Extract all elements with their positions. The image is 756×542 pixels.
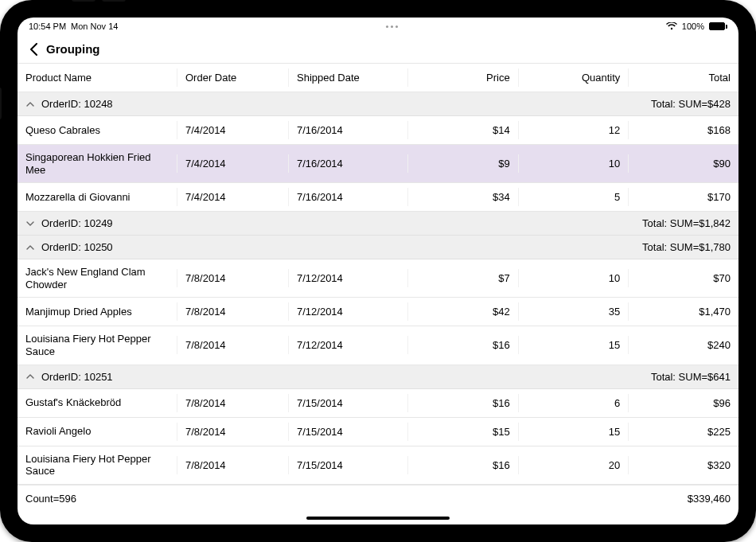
col-header-product[interactable]: Product Name	[18, 68, 177, 87]
cell-shipped-date: 7/16/2014	[288, 188, 407, 206]
cell-shipped-date: 7/12/2014	[288, 269, 407, 287]
group-header[interactable]: OrderID: 10250Total: SUM=$1,780	[18, 236, 738, 259]
cell-total: $96	[628, 394, 738, 412]
grid-summary-row: Count=596 $339,460	[18, 485, 738, 512]
status-date: Mon Nov 14	[71, 21, 118, 31]
column-header-row: Product Name Order Date Shipped Date Pri…	[18, 64, 738, 92]
cell-product: Louisiana Fiery Hot Pepper Sauce	[18, 450, 177, 481]
table-row[interactable]: Ravioli Angelo7/8/20147/15/2014$1515$225	[18, 418, 738, 446]
cell-product: Ravioli Angelo	[18, 422, 177, 441]
cell-quantity: 15	[518, 423, 629, 441]
cell-shipped-date: 7/12/2014	[288, 336, 407, 354]
group-title: OrderID: 10250	[41, 241, 113, 253]
cell-total: $168	[628, 121, 738, 139]
ipad-frame: 10:54 PM Mon Nov 14 100% Grouping	[0, 0, 756, 542]
battery-percent: 100%	[682, 21, 704, 31]
summary-count: Count=596	[18, 488, 177, 509]
table-row[interactable]: Louisiana Fiery Hot Pepper Sauce7/8/2014…	[18, 326, 738, 365]
cell-order-date: 7/4/2014	[177, 188, 288, 206]
cell-total: $170	[628, 188, 738, 206]
device-button	[102, 0, 126, 2]
cell-total: $1,470	[628, 302, 738, 321]
group-header[interactable]: OrderID: 10248Total: SUM=$428	[18, 92, 738, 116]
group-header[interactable]: OrderID: 10249Total: SUM=$1,842	[18, 212, 738, 236]
table-row[interactable]: Queso Cabrales7/4/20147/16/2014$1412$168	[18, 116, 738, 145]
summary-grand-total: $339,460	[628, 488, 738, 509]
cell-product: Mozzarella di Giovanni	[18, 188, 177, 207]
chevron-up-icon[interactable]	[25, 99, 35, 109]
col-header-price[interactable]: Price	[407, 68, 518, 87]
wifi-icon	[666, 22, 677, 30]
cell-quantity: 6	[518, 394, 629, 412]
cell-price: $15	[407, 423, 518, 441]
table-row[interactable]: Louisiana Fiery Hot Pepper Sauce7/8/2014…	[18, 446, 738, 485]
chevron-up-icon[interactable]	[25, 372, 35, 381]
group-title: OrderID: 10248	[41, 98, 113, 110]
cell-total: $240	[628, 336, 738, 354]
cell-order-date: 7/8/2014	[177, 423, 288, 441]
battery-icon	[709, 22, 727, 30]
grid-body: OrderID: 10248Total: SUM=$428Queso Cabra…	[18, 92, 738, 485]
cell-quantity: 10	[518, 154, 629, 173]
group-summary: Total: SUM=$641	[651, 371, 731, 383]
table-row[interactable]: Mozzarella di Giovanni7/4/20147/16/2014$…	[18, 183, 738, 212]
screen: 10:54 PM Mon Nov 14 100% Grouping	[18, 18, 738, 524]
cell-price: $14	[407, 121, 518, 139]
cell-quantity: 5	[518, 188, 629, 206]
device-button	[0, 88, 2, 119]
home-indicator[interactable]	[306, 517, 450, 520]
cell-shipped-date: 7/15/2014	[288, 456, 407, 474]
cell-total: $225	[628, 423, 738, 441]
cell-order-date: 7/4/2014	[177, 154, 288, 173]
col-header-order-date[interactable]: Order Date	[177, 68, 288, 87]
cell-quantity: 35	[518, 302, 629, 321]
col-header-quantity[interactable]: Quantity	[518, 68, 629, 87]
cell-product: Louisiana Fiery Hot Pepper Sauce	[18, 329, 177, 361]
col-header-total[interactable]: Total	[628, 68, 738, 87]
cell-price: $16	[407, 456, 518, 474]
cell-quantity: 12	[518, 121, 629, 139]
cell-product: Jack's New England Clam Chowder	[18, 263, 177, 294]
cell-order-date: 7/8/2014	[177, 336, 288, 354]
cell-total: $90	[628, 154, 738, 173]
cell-quantity: 15	[518, 336, 629, 354]
status-bar: 10:54 PM Mon Nov 14 100%	[18, 18, 738, 35]
cell-shipped-date: 7/15/2014	[288, 423, 407, 441]
chevron-down-icon[interactable]	[25, 219, 35, 228]
cell-shipped-date: 7/16/2014	[288, 154, 407, 173]
back-icon[interactable]	[25, 43, 43, 56]
cell-product: Manjimup Dried Apples	[18, 302, 177, 322]
cell-shipped-date: 7/12/2014	[288, 302, 407, 321]
table-row[interactable]: Manjimup Dried Apples7/8/20147/12/2014$4…	[18, 298, 738, 326]
cell-order-date: 7/8/2014	[177, 269, 288, 287]
table-row[interactable]: Singaporean Hokkien Fried Mee7/4/20147/1…	[18, 145, 738, 183]
group-summary: Total: SUM=$428	[651, 98, 731, 110]
cell-quantity: 20	[518, 456, 629, 474]
cell-price: $16	[407, 336, 518, 354]
col-header-shipped-date[interactable]: Shipped Date	[288, 68, 407, 87]
status-time: 10:54 PM	[29, 21, 66, 31]
cell-order-date: 7/8/2014	[177, 456, 288, 474]
group-summary: Total: SUM=$1,780	[642, 241, 731, 253]
table-row[interactable]: Jack's New England Clam Chowder7/8/20147…	[18, 259, 738, 298]
data-grid[interactable]: Product Name Order Date Shipped Date Pri…	[18, 64, 738, 524]
cell-product: Gustaf's Knäckebröd	[18, 393, 177, 412]
cell-order-date: 7/8/2014	[177, 394, 288, 412]
cell-price: $42	[407, 302, 518, 321]
cell-total: $70	[628, 269, 738, 287]
page-title: Grouping	[46, 42, 100, 56]
device-button	[72, 0, 95, 2]
nav-header: Grouping	[18, 35, 738, 64]
cell-total: $320	[628, 456, 738, 474]
table-row[interactable]: Gustaf's Knäckebröd7/8/20147/15/2014$166…	[18, 389, 738, 418]
cell-price: $16	[407, 394, 518, 412]
cell-shipped-date: 7/15/2014	[288, 394, 407, 412]
cell-order-date: 7/8/2014	[177, 302, 288, 321]
cell-price: $7	[407, 269, 518, 287]
multitask-dots[interactable]	[386, 25, 398, 28]
cell-product: Singaporean Hokkien Fried Mee	[18, 148, 177, 179]
chevron-up-icon[interactable]	[25, 243, 35, 252]
group-header[interactable]: OrderID: 10251Total: SUM=$641	[18, 365, 738, 389]
cell-price: $34	[407, 188, 518, 206]
cell-product: Queso Cabrales	[18, 121, 177, 140]
